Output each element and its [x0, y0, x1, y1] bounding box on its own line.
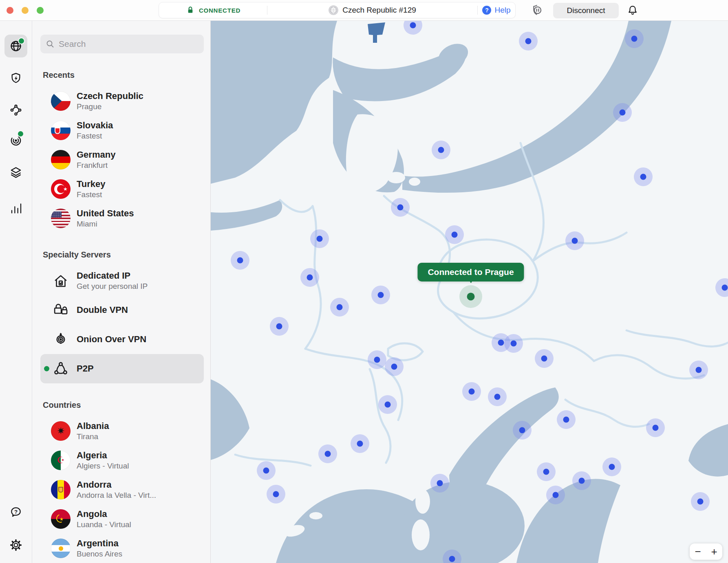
- server-location-pin[interactable]: [625, 29, 644, 48]
- nav-threat-protection-button[interactable]: [4, 67, 27, 90]
- server-location-pin[interactable]: [557, 410, 576, 429]
- server-location-pin[interactable]: [330, 298, 349, 317]
- server-item-p2p[interactable]: P2P: [40, 354, 204, 383]
- nav-meshnet-button[interactable]: [4, 99, 27, 121]
- zoom-controls: − +: [690, 543, 722, 560]
- settings-button[interactable]: [4, 534, 27, 556]
- server-item-albania[interactable]: ✷AlbaniaTirana: [40, 416, 204, 446]
- server-location-pin[interactable]: [546, 486, 565, 504]
- help-label: Help: [494, 6, 510, 15]
- server-location-pin[interactable]: [391, 198, 410, 217]
- support-button[interactable]: ?: [4, 501, 27, 523]
- server-item-algeria[interactable]: ☪AlgeriaAlgiers - Virtual: [40, 446, 204, 475]
- map-canvas[interactable]: Connected to Prague − +: [211, 21, 728, 563]
- close-window-button[interactable]: [7, 7, 13, 14]
- p2p-icon: [51, 359, 71, 378]
- server-title: Albania: [77, 421, 109, 431]
- flag-algeria-icon: ☪: [51, 451, 71, 470]
- server-location-pin[interactable]: [535, 349, 554, 368]
- nav-dark-web-monitor-button[interactable]: [4, 129, 27, 152]
- server-location-pin[interactable]: [513, 421, 532, 440]
- server-location-pin[interactable]: [432, 141, 450, 159]
- zoom-in-button[interactable]: +: [706, 543, 722, 560]
- server-item-onion-over-vpn[interactable]: Onion Over VPN: [40, 325, 204, 354]
- onion-icon: [51, 330, 71, 349]
- server-item-andorra[interactable]: AndorraAndorra la Vella - Virt...: [40, 475, 204, 504]
- server-location-pin[interactable]: [689, 361, 708, 379]
- server-item-slovakia[interactable]: SlovakiaFastest: [40, 116, 204, 145]
- icon-rail: ?: [0, 21, 32, 563]
- server-item-czech-republic[interactable]: Czech RepublicPrague: [40, 86, 204, 116]
- server-location-pin[interactable]: [613, 103, 632, 122]
- nav-statistics-button[interactable]: [4, 197, 27, 220]
- server-location-pin[interactable]: [634, 167, 653, 186]
- nav-countries-button[interactable]: [4, 35, 27, 57]
- connected-badge: [18, 37, 25, 44]
- server-location-pin[interactable]: [646, 418, 665, 437]
- server-location-pin[interactable]: [519, 32, 538, 51]
- server-item-dedicated-ip[interactable]: Dedicated IPGet your personal IP: [40, 266, 204, 295]
- flag-germany-icon: [51, 150, 71, 169]
- globe-icon: [329, 5, 338, 15]
- flag-slovakia-icon: [51, 121, 71, 140]
- server-item-united-states[interactable]: United StatesMiami: [40, 204, 204, 233]
- server-location-pin[interactable]: [565, 231, 584, 250]
- server-location-pin[interactable]: [572, 471, 591, 490]
- server-item-double-vpn[interactable]: Double VPN: [40, 295, 204, 325]
- maximize-window-button[interactable]: [37, 7, 44, 14]
- server-location-pin[interactable]: [430, 474, 449, 493]
- server-location-pin[interactable]: [385, 357, 404, 376]
- server-location-pin[interactable]: [257, 461, 276, 480]
- server-location-pin[interactable]: [351, 434, 369, 453]
- shield-pause-icon: [530, 3, 544, 17]
- server-location-pin[interactable]: [445, 225, 464, 244]
- server-location-pin[interactable]: [368, 350, 386, 369]
- search-input[interactable]: [59, 39, 199, 49]
- pause-vpn-button[interactable]: [528, 3, 545, 18]
- server-item-turkey[interactable]: ★TurkeyFastest: [40, 174, 204, 204]
- server-location-pin[interactable]: [267, 485, 285, 504]
- server-location-pin[interactable]: [318, 444, 337, 463]
- server-title: Germany: [77, 150, 115, 160]
- server-title: Onion Over VPN: [77, 334, 146, 344]
- server-subtitle: Tirana: [77, 432, 109, 441]
- server-location-pin[interactable]: [371, 286, 390, 304]
- connected-location-pin[interactable]: [459, 285, 482, 308]
- zoom-out-button[interactable]: −: [690, 543, 706, 560]
- layers-icon: [9, 166, 22, 179]
- server-location-pin[interactable]: [270, 317, 289, 336]
- disconnect-button[interactable]: Disconnect: [553, 3, 619, 18]
- nav-specialty-servers-button[interactable]: [4, 161, 27, 184]
- connection-status-pill: CONNECTED Czech Republic #129 ? Help: [159, 2, 516, 18]
- server-title: Angola: [77, 509, 107, 519]
- section-header: Countries: [43, 400, 204, 410]
- server-location-pin[interactable]: [378, 395, 397, 414]
- tooltip-label: Connected to Prague: [428, 267, 514, 277]
- notifications-button[interactable]: [625, 3, 640, 18]
- dedicated-ip-icon: [51, 271, 71, 290]
- server-location-pin[interactable]: [300, 268, 319, 287]
- server-subtitle: Fastest: [77, 132, 113, 141]
- server-title: P2P: [77, 363, 94, 374]
- server-location-pin[interactable]: [504, 334, 523, 353]
- help-button[interactable]: ? Help: [478, 2, 515, 18]
- lock-icon: [185, 5, 195, 15]
- server-item-argentina[interactable]: ArgentinaBuenos Aires: [40, 534, 204, 563]
- search-box[interactable]: [40, 35, 204, 53]
- status-label: CONNECTED: [199, 7, 240, 14]
- server-location-pin[interactable]: [462, 382, 481, 401]
- minimize-window-button[interactable]: [22, 7, 29, 14]
- server-title: Argentina: [77, 538, 119, 548]
- flag-turkey-icon: ★: [51, 179, 71, 199]
- server-location-pin[interactable]: [310, 229, 329, 248]
- settings-gear-icon: [9, 539, 22, 552]
- server-location-pin[interactable]: [231, 251, 249, 270]
- double-vpn-icon: [51, 300, 71, 320]
- server-location-pin[interactable]: [691, 492, 710, 511]
- server-item-germany[interactable]: GermanyFrankfurt: [40, 145, 204, 174]
- server-location-pin[interactable]: [488, 387, 507, 406]
- server-item-angola[interactable]: ★AngolaLuanda - Virtual: [40, 504, 204, 534]
- server-location-pin[interactable]: [537, 462, 556, 481]
- support-chat-icon: ?: [9, 506, 22, 519]
- server-location-pin[interactable]: [602, 457, 621, 476]
